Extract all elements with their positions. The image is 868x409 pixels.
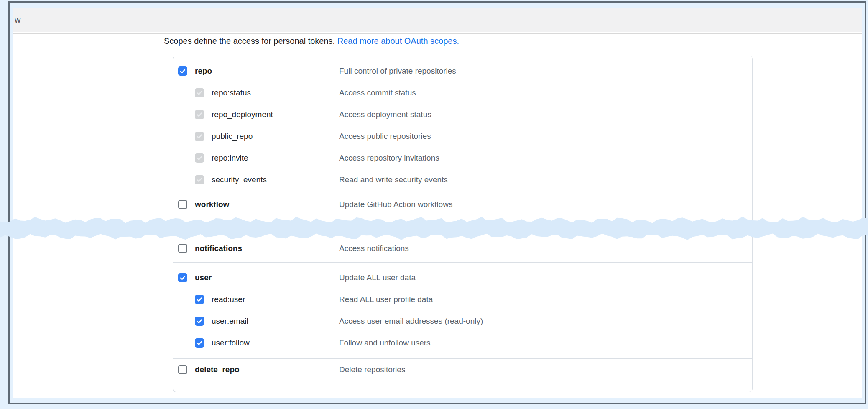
scope-description: Update GitHub Action workflows [339, 200, 452, 209]
scope-label-cell: workflow [173, 200, 339, 209]
scope-group [173, 388, 752, 392]
checkbox-read:user[interactable] [195, 295, 204, 304]
scope-name-repo[interactable]: repo [195, 66, 212, 76]
scope-name-security_events: security_events [212, 175, 267, 184]
scope-description: Access public repositories [339, 132, 431, 141]
scope-row-repo_deployment: repo_deploymentAccess deployment status [173, 104, 752, 125]
checkbox-workflow[interactable] [178, 200, 187, 209]
scope-name-workflow[interactable]: workflow [195, 200, 229, 209]
scope-name-delete_repo[interactable]: delete_repo [195, 365, 240, 374]
scope-label-cell: user:follow [173, 338, 339, 348]
scope-label-cell: user:email [173, 317, 339, 326]
scope-description: Access commit status [339, 88, 416, 97]
scope-label-cell: repo:status [173, 88, 339, 97]
scope-name-user:email[interactable]: user:email [212, 317, 248, 326]
checkbox-user:follow[interactable] [195, 338, 204, 348]
torn-edge-decoration [0, 215, 868, 242]
checkbox-repo[interactable] [178, 66, 187, 76]
scope-label-cell: repo [173, 66, 339, 76]
browser-page: w Scopes define the access for personal … [13, 8, 862, 398]
scope-row-delete_repo: delete_repoDelete repositories [173, 359, 752, 381]
scopes-intro-text: Scopes define the access for personal to… [164, 36, 335, 46]
scope-group: delete_repoDelete repositories [173, 358, 752, 388]
scope-row-read:user: read:userRead ALL user profile data [173, 289, 752, 310]
scope-label-cell: repo:invite [173, 153, 339, 163]
scope-description: Delete repositories [339, 365, 405, 374]
scope-label-cell: repo_deployment [173, 110, 339, 119]
scope-label-cell: notifications [173, 244, 339, 253]
checkbox-delete_repo[interactable] [178, 365, 187, 374]
scope-group: repoFull control of private repositories… [173, 56, 752, 191]
scope-group: userUpdate ALL user dataread:userRead AL… [173, 262, 752, 358]
header-divider [13, 33, 862, 34]
scope-row-repo: repoFull control of private repositories [173, 60, 752, 82]
checkbox-user:email[interactable] [195, 317, 204, 326]
scope-description: Access user email addresses (read-only) [339, 317, 483, 326]
scope-group: workflowUpdate GitHub Action workflows [173, 191, 752, 217]
scope-row-public_repo: public_repoAccess public repositories [173, 125, 752, 147]
scopes-intro: Scopes define the access for personal to… [164, 36, 459, 46]
scope-name-public_repo: public_repo [212, 132, 253, 141]
scope-label-cell: public_repo [173, 132, 339, 141]
checkbox-security_events [195, 175, 204, 184]
scope-name-notifications[interactable]: notifications [195, 244, 242, 253]
scope-label-cell: read:user [173, 295, 339, 304]
scope-label-cell: security_events [173, 175, 339, 184]
scope-description: Full control of private repositories [339, 66, 456, 76]
scope-row-repo:invite: repo:inviteAccess repository invitations [173, 147, 752, 169]
checkbox-repo:invite [195, 153, 204, 163]
scope-name-repo_deployment: repo_deployment [212, 110, 273, 119]
header-bar-label: w [13, 8, 20, 32]
checkbox-repo_deployment [195, 110, 204, 119]
scope-name-user:follow[interactable]: user:follow [212, 338, 250, 348]
section-divider [13, 393, 862, 393]
scope-row-workflow: workflowUpdate GitHub Action workflows [173, 194, 752, 215]
scope-name-repo:invite: repo:invite [212, 153, 248, 163]
scope-label-cell: user [173, 273, 339, 282]
checkbox-notifications[interactable] [178, 244, 187, 253]
header-bar: w [13, 8, 862, 32]
scope-description: Read and write security events [339, 175, 448, 184]
scope-row-repo:status: repo:statusAccess commit status [173, 82, 752, 104]
scope-name-user[interactable]: user [195, 273, 212, 282]
oauth-scopes-link[interactable]: Read more about OAuth scopes. [337, 36, 459, 46]
scope-name-repo:status: repo:status [212, 88, 251, 97]
scope-description: Access notifications [339, 244, 409, 253]
scope-row-user:follow: user:followFollow and unfollow users [173, 332, 752, 354]
scope-description: Access repository invitations [339, 153, 439, 163]
scope-row-user: userUpdate ALL user data [173, 267, 752, 289]
scope-row-user:email: user:emailAccess user email addresses (r… [173, 310, 752, 332]
scope-description: Read ALL user profile data [339, 295, 433, 304]
scope-description: Access deployment status [339, 110, 431, 119]
checkbox-user[interactable] [178, 273, 187, 282]
scope-name-read:user[interactable]: read:user [212, 295, 245, 304]
checkbox-repo:status [195, 88, 204, 97]
scope-description: Update ALL user data [339, 273, 416, 282]
scope-label-cell: delete_repo [173, 365, 339, 374]
checkbox-public_repo [195, 132, 204, 141]
scope-row-security_events: security_eventsRead and write security e… [173, 169, 752, 191]
scope-description: Follow and unfollow users [339, 338, 431, 348]
